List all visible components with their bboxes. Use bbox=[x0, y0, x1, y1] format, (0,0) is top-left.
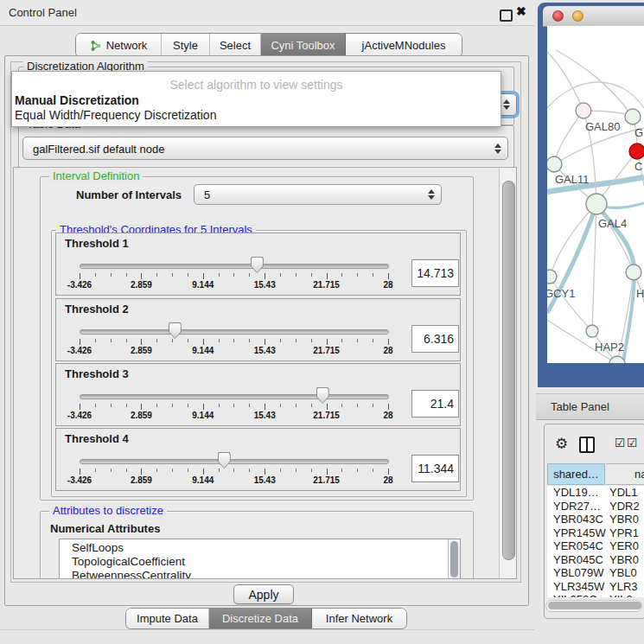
apply-button[interactable]: Apply bbox=[233, 584, 294, 604]
table-data-combobox[interactable]: galFiltered.sif default node bbox=[22, 137, 508, 160]
attributes-scrollbar-thumb[interactable] bbox=[450, 541, 458, 577]
attributes-list-scrollbar[interactable] bbox=[448, 539, 460, 579]
numerical-attributes-list[interactable]: SelfLoopsTopologicalCoefficientBetweenne… bbox=[59, 539, 461, 579]
network-view-canvas[interactable]: GAL80GCGAL11GAL4GCY1HHAP2 bbox=[547, 26, 644, 363]
slider-tick-labels: -3.4262.8599.14415.4321.71528 bbox=[80, 346, 388, 356]
network-node-label: GAL80 bbox=[585, 120, 620, 133]
table-row[interactable]: YDL19…YDL1 bbox=[547, 486, 644, 500]
tick-label: 15.43 bbox=[254, 411, 276, 420]
threshold-2-value-field[interactable]: 6.316 bbox=[411, 325, 459, 353]
gear-icon[interactable]: ⚙ bbox=[555, 435, 568, 453]
dock-bottom-edge bbox=[0, 629, 534, 630]
threshold-4-value-field[interactable]: 11.344 bbox=[411, 455, 459, 482]
threshold-3-value-field[interactable]: 21.4 bbox=[411, 390, 459, 418]
network-window-titlebar[interactable] bbox=[543, 6, 644, 27]
tab-jactivemnodules[interactable]: jActiveMNodules bbox=[346, 34, 462, 57]
tick-label: 28 bbox=[383, 346, 392, 355]
settings-scrollbar-thumb[interactable] bbox=[502, 181, 515, 560]
network-node[interactable] bbox=[586, 325, 598, 337]
column-header-name[interactable]: na bbox=[606, 463, 644, 485]
popup-option-manual[interactable]: Manual Discretization bbox=[15, 93, 139, 107]
checkbox-icon[interactable]: ☑ bbox=[627, 436, 638, 450]
tab-cyni-toolbox[interactable]: Cyni Toolbox bbox=[261, 34, 346, 57]
tick-label: 9.144 bbox=[192, 280, 214, 290]
tab-style[interactable]: Style bbox=[162, 34, 210, 57]
cell-shared-name: YDL19… bbox=[553, 486, 599, 499]
slider-major-ticks bbox=[80, 404, 389, 410]
float-window-icon[interactable] bbox=[500, 10, 513, 22]
network-node[interactable] bbox=[547, 156, 562, 172]
tab-select[interactable]: Select bbox=[210, 34, 261, 57]
settings-scrollbar[interactable] bbox=[499, 168, 517, 579]
slider-tick-labels: -3.4262.8599.14415.4321.71528 bbox=[80, 411, 388, 421]
network-node-label: GAL4 bbox=[598, 217, 627, 230]
apply-button-label: Apply bbox=[248, 588, 278, 602]
table-row[interactable]: YDR27…YDR2 bbox=[547, 500, 644, 513]
table-row[interactable]: YBR045CYBR0 bbox=[547, 553, 644, 567]
threshold-1-value-field[interactable]: 14.713 bbox=[411, 259, 459, 287]
cyni-bottom-tabs: Impute Data Discretize Data Infer Networ… bbox=[125, 608, 407, 629]
tab-discretize-data[interactable]: Discretize Data bbox=[209, 609, 312, 628]
cell-shared-name: YBL079W bbox=[553, 566, 604, 579]
table-row[interactable]: YBL079WYBL0 bbox=[547, 566, 644, 580]
popup-option-equal-width[interactable]: Equal Width/Frequency Discretization bbox=[15, 108, 216, 122]
column-selector-icon[interactable] bbox=[579, 437, 595, 453]
threshold-4-slider-track[interactable] bbox=[80, 459, 389, 464]
close-icon[interactable]: ✖ bbox=[516, 4, 526, 18]
cell-name: YDL1 bbox=[609, 486, 638, 499]
zoom-traffic-light-icon[interactable] bbox=[592, 10, 603, 22]
tick-label: 2.859 bbox=[131, 280, 152, 290]
tab-impute-data[interactable]: Impute Data bbox=[126, 609, 209, 628]
network-node[interactable] bbox=[576, 103, 591, 118]
tick-label: 2.859 bbox=[131, 411, 152, 420]
network-node[interactable] bbox=[625, 109, 641, 124]
tick-label: -3.426 bbox=[67, 280, 92, 290]
tick-label: 21.715 bbox=[313, 411, 340, 420]
network-node[interactable] bbox=[626, 265, 641, 280]
network-graph[interactable]: GAL80GCGAL11GAL4GCY1HHAP2 bbox=[547, 26, 644, 363]
node-table-rows: YDL19…YDL1YDR27…YDR2YBR043CYBR0YPR145WYP… bbox=[547, 486, 644, 597]
threshold-2-slider-track[interactable] bbox=[80, 329, 389, 335]
tick-label: 15.43 bbox=[254, 475, 276, 485]
threshold-3-slider-thumb[interactable] bbox=[316, 387, 329, 404]
column-header-shared-name[interactable]: shared… bbox=[547, 463, 605, 485]
checkbox-icon[interactable]: ☑ bbox=[615, 436, 626, 450]
stepper-arrows-icon bbox=[494, 143, 501, 154]
minimize-traffic-light-icon[interactable] bbox=[572, 10, 583, 22]
threshold-3-slider-track[interactable] bbox=[80, 394, 389, 399]
threshold-4-value: 11.344 bbox=[418, 462, 454, 475]
table-panel-header: Table Panel bbox=[536, 393, 644, 420]
threshold-1-slider-thumb[interactable] bbox=[251, 257, 264, 273]
threshold-2-slider-thumb[interactable] bbox=[169, 322, 182, 339]
slider-major-ticks bbox=[80, 469, 389, 475]
number-of-intervals-combobox[interactable]: 5 bbox=[194, 184, 442, 205]
table-row[interactable]: YIL052CYIL0 bbox=[547, 593, 644, 597]
tab-network[interactable]: Network bbox=[76, 34, 162, 57]
attribute-list-item[interactable]: BetweennessCentrality bbox=[60, 569, 460, 579]
table-row[interactable]: YPR145WYPR1 bbox=[547, 526, 644, 540]
cell-name: YBR0 bbox=[609, 553, 639, 566]
table-row[interactable]: YBR043CYBR0 bbox=[547, 513, 644, 526]
network-node[interactable] bbox=[547, 270, 557, 284]
network-node[interactable] bbox=[629, 143, 644, 159]
attribute-list-item[interactable]: SelfLoops bbox=[60, 541, 460, 555]
control-panel-titlebar: Control Panel bbox=[0, 0, 534, 26]
table-hscrollbar-thumb[interactable] bbox=[548, 602, 641, 609]
threshold-1-slider-track[interactable] bbox=[80, 264, 389, 269]
cell-shared-name: YBR043C bbox=[553, 513, 603, 526]
numerical-attributes-label: Numerical Attributes bbox=[50, 522, 160, 535]
cell-shared-name: YBR045C bbox=[553, 553, 603, 566]
threshold-2-value: 6.316 bbox=[424, 332, 454, 346]
threshold-4-slider-thumb[interactable] bbox=[218, 452, 231, 469]
tick-label: 9.144 bbox=[192, 346, 214, 355]
threshold-4-panel: Threshold 4 -3.4262.8599.14415.4321.7152… bbox=[55, 428, 461, 491]
close-traffic-light-icon[interactable] bbox=[552, 10, 564, 22]
attribute-list-item[interactable]: TopologicalCoefficient bbox=[60, 555, 460, 569]
network-icon bbox=[90, 40, 102, 52]
table-row[interactable]: YER054CYER0 bbox=[547, 539, 644, 553]
tab-infer-network[interactable]: Infer Network bbox=[312, 609, 406, 628]
network-node[interactable] bbox=[586, 194, 607, 214]
cell-name: YBL0 bbox=[609, 566, 637, 579]
threshold-3-value: 21.4 bbox=[430, 397, 454, 411]
table-row[interactable]: YLR345WYLR3 bbox=[547, 580, 644, 594]
